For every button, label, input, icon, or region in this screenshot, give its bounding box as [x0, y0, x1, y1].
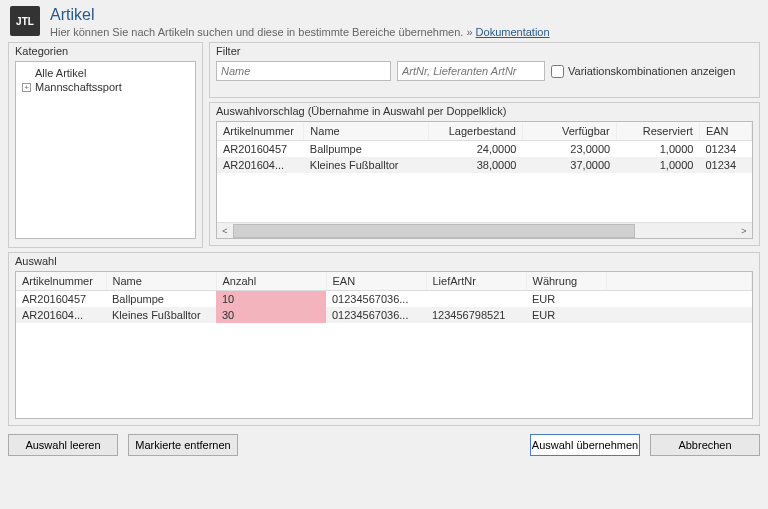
app-logo: JTL [10, 6, 40, 36]
col-name[interactable]: Name [106, 272, 216, 291]
suggestions-panel: Auswahlvorschlag (Übernahme in Auswahl p… [209, 102, 760, 246]
qty-cell[interactable]: 10 [216, 291, 326, 308]
tree-item-label: Mannschaftssport [35, 81, 122, 93]
selection-panel: Auswahl Artikelnummer Name Anzahl EAN Li… [8, 252, 760, 426]
categories-panel: Kategorien Alle Artikel + Mannschaftsspo… [8, 42, 203, 248]
col-currency[interactable]: Währung [526, 272, 606, 291]
page-title: Artikel [50, 6, 550, 24]
horizontal-scrollbar[interactable]: < > [217, 222, 752, 238]
col-qty[interactable]: Anzahl [216, 272, 326, 291]
scroll-left-icon[interactable]: < [217, 224, 233, 238]
col-ean[interactable]: EAN [699, 122, 751, 141]
col-reserved[interactable]: Reserviert [616, 122, 699, 141]
categories-title: Kategorien [15, 45, 196, 57]
col-artnr[interactable]: Artikelnummer [16, 272, 106, 291]
filter-title: Filter [216, 45, 753, 57]
suggestions-grid[interactable]: Artikelnummer Name Lagerbestand Verfügba… [216, 121, 753, 239]
selection-row[interactable]: AR201604... Kleines Fußballtor 30 012345… [16, 307, 752, 323]
documentation-link[interactable]: Dokumentation [476, 26, 550, 38]
col-name[interactable]: Name [304, 122, 429, 141]
footer: Auswahl leeren Markierte entfernen Auswa… [0, 426, 768, 464]
selection-title: Auswahl [15, 255, 753, 267]
suggest-row[interactable]: AR201604... Kleines Fußballtor 38,0000 3… [217, 157, 752, 173]
qty-cell[interactable]: 30 [216, 307, 326, 323]
expand-icon[interactable]: + [22, 83, 31, 92]
variations-checkbox-label[interactable]: Variationskombinationen anzeigen [551, 65, 735, 78]
scroll-right-icon[interactable]: > [736, 224, 752, 238]
categories-tree[interactable]: Alle Artikel + Mannschaftssport [15, 61, 196, 239]
filter-artnr-input[interactable] [397, 61, 545, 81]
page-subtitle: Hier können Sie nach Artikeln suchen und… [50, 26, 473, 38]
tree-root-label: Alle Artikel [35, 67, 86, 79]
filter-panel: Filter Variationskombinationen anzeigen [209, 42, 760, 98]
tree-root[interactable]: Alle Artikel [20, 66, 191, 80]
suggestions-title: Auswahlvorschlag (Übernahme in Auswahl p… [216, 105, 753, 117]
remove-marked-button[interactable]: Markierte entfernen [128, 434, 238, 456]
scroll-thumb[interactable] [233, 224, 635, 238]
selection-grid[interactable]: Artikelnummer Name Anzahl EAN LiefArtNr … [15, 271, 753, 419]
tree-item[interactable]: + Mannschaftssport [20, 80, 191, 94]
col-stock[interactable]: Lagerbestand [429, 122, 523, 141]
col-ean[interactable]: EAN [326, 272, 426, 291]
variations-checkbox[interactable] [551, 65, 564, 78]
col-liefart[interactable]: LiefArtNr [426, 272, 526, 291]
clear-selection-button[interactable]: Auswahl leeren [8, 434, 118, 456]
header: JTL Artikel Hier können Sie nach Artikel… [0, 0, 768, 42]
filter-name-input[interactable] [216, 61, 391, 81]
suggest-row[interactable]: AR20160457 Ballpumpe 24,0000 23,0000 1,0… [217, 141, 752, 158]
col-artnr[interactable]: Artikelnummer [217, 122, 304, 141]
selection-row[interactable]: AR20160457 Ballpumpe 10 01234567036... E… [16, 291, 752, 308]
col-avail[interactable]: Verfügbar [522, 122, 616, 141]
cancel-button[interactable]: Abbrechen [650, 434, 760, 456]
apply-selection-button[interactable]: Auswahl übernehmen [530, 434, 640, 456]
